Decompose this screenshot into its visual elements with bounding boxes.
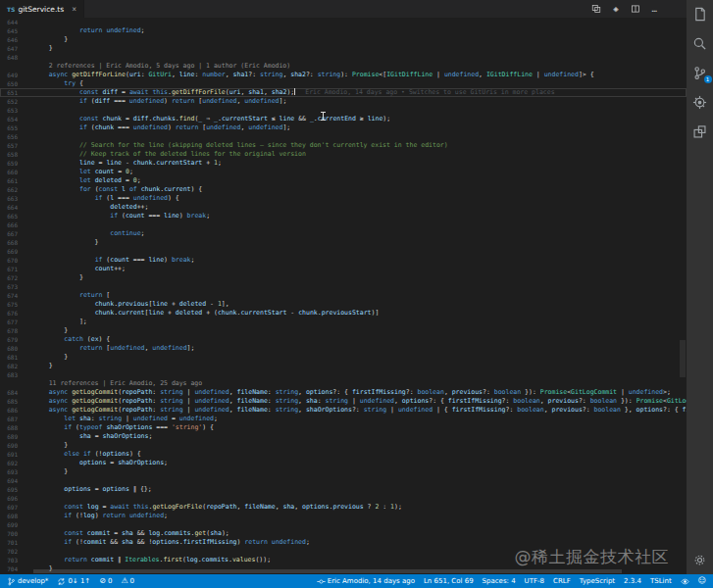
code-line[interactable]: 697 const log = await this.getLogForFile… bbox=[0, 503, 687, 512]
code-line[interactable]: 675 chunk.previous[line + deleted - 1], bbox=[0, 300, 687, 309]
code-line[interactable]: 673 bbox=[0, 282, 687, 291]
codelens-row[interactable]: 2 references | Eric Amodio, 5 days ago |… bbox=[0, 62, 687, 71]
code-line[interactable]: 650 try { bbox=[0, 79, 687, 88]
code-line[interactable]: 686 async getLogCommit(repoPath: string … bbox=[0, 406, 687, 415]
code-line[interactable]: 682 } bbox=[0, 362, 687, 370]
code-line[interactable]: 655 if (chunk === undefined) return [und… bbox=[0, 123, 687, 132]
line-number[interactable] bbox=[0, 62, 18, 71]
line-number[interactable]: 680 bbox=[0, 344, 18, 353]
line-number[interactable]: 670 bbox=[0, 256, 18, 265]
status-eol[interactable]: CRLF bbox=[553, 577, 571, 585]
code-line[interactable]: 692 options = shaOrOptions; bbox=[0, 459, 687, 467]
codelens-text[interactable]: 2 references | Eric Amodio, 5 days ago |… bbox=[33, 62, 290, 71]
code-line[interactable]: 687 let sha: string | undefined = undefi… bbox=[0, 415, 687, 423]
code-line[interactable]: 693 } bbox=[0, 467, 687, 476]
line-number[interactable]: 676 bbox=[0, 309, 18, 318]
status-indentation[interactable]: Spaces: 4 bbox=[483, 577, 516, 585]
line-number[interactable]: 659 bbox=[0, 159, 18, 168]
code-line[interactable]: 658 // Keep track of the deleted lines f… bbox=[0, 150, 687, 159]
code-line[interactable]: 644 bbox=[0, 18, 687, 26]
code-line[interactable]: 668 } bbox=[0, 238, 687, 247]
code-line[interactable]: 663 if (l === undefined) { bbox=[0, 194, 687, 203]
status-gitlens-blame[interactable]: Eric Amodio, 14 days ago bbox=[317, 577, 415, 586]
code-line[interactable]: 661 let deleted = 0; bbox=[0, 176, 687, 185]
line-number[interactable]: 691 bbox=[0, 450, 18, 459]
activity-item-source-control[interactable]: 1 bbox=[691, 64, 709, 81]
line-number[interactable]: 695 bbox=[0, 485, 18, 494]
code-line[interactable]: 672 } bbox=[0, 273, 687, 282]
code-line[interactable]: 696 bbox=[0, 494, 687, 503]
code-line[interactable]: 651 const diff = await this.getDiffForFi… bbox=[0, 88, 687, 97]
line-number[interactable]: 660 bbox=[0, 168, 18, 176]
split-editor-button[interactable] bbox=[631, 4, 640, 14]
activity-item-explorer[interactable] bbox=[691, 5, 709, 23]
line-number[interactable]: 677 bbox=[0, 318, 18, 326]
code-line[interactable]: 662 for (const l of chunk.current) { bbox=[0, 185, 687, 194]
code-line[interactable]: 654 const chunk = diff.chunks.find(_ ⇒ _… bbox=[0, 115, 687, 123]
code-line[interactable]: 698 if (!log) return undefined; bbox=[0, 512, 687, 520]
status-typescript-version[interactable]: 2.3.4 bbox=[624, 577, 641, 585]
code-line[interactable]: 688 if (typeof shaOrOptions === 'string'… bbox=[0, 423, 687, 432]
line-number[interactable]: 666 bbox=[0, 220, 18, 229]
code-line[interactable]: 690 } bbox=[0, 441, 687, 450]
line-number[interactable]: 668 bbox=[0, 238, 18, 247]
line-number[interactable]: 663 bbox=[0, 194, 18, 203]
line-number[interactable]: 696 bbox=[0, 494, 18, 503]
line-number[interactable]: 645 bbox=[0, 26, 18, 35]
line-number[interactable]: 646 bbox=[0, 35, 18, 44]
line-number[interactable]: 651 bbox=[0, 88, 18, 97]
line-number[interactable]: 667 bbox=[0, 229, 18, 238]
codelens-row[interactable]: 11 references | Eric Amodio, 25 days ago bbox=[0, 379, 687, 388]
line-number[interactable]: 664 bbox=[0, 203, 18, 212]
line-number[interactable]: 657 bbox=[0, 141, 18, 150]
status-errors[interactable]: ⊘0 bbox=[99, 577, 112, 585]
line-number[interactable]: 674 bbox=[0, 291, 18, 300]
code-line[interactable]: 679 catch (ex) { bbox=[0, 335, 687, 344]
more-actions-button[interactable]: … bbox=[652, 5, 657, 14]
status-encoding[interactable]: UTF-8 bbox=[525, 577, 544, 585]
line-number[interactable]: 669 bbox=[0, 247, 18, 256]
open-changes-button[interactable] bbox=[591, 4, 601, 14]
line-number[interactable]: 690 bbox=[0, 441, 18, 450]
line-number[interactable]: 682 bbox=[0, 362, 18, 370]
code-line[interactable]: 685 async getLogCommit(repoPath: string … bbox=[0, 397, 687, 406]
line-number[interactable]: 692 bbox=[0, 459, 18, 467]
code-line[interactable]: 665 if (count === line) break; bbox=[0, 212, 687, 220]
code-line[interactable]: 669 bbox=[0, 247, 687, 256]
code-line[interactable]: 691 else if (!options) { bbox=[0, 450, 687, 459]
status-language-mode[interactable]: TypeScript bbox=[580, 577, 615, 585]
code-line[interactable]: 666 bbox=[0, 220, 687, 229]
line-number[interactable]: 656 bbox=[0, 132, 18, 141]
code-line[interactable]: 649 async getDiffForLine(uri: GitUri, li… bbox=[0, 71, 687, 79]
code-line[interactable]: 646 } bbox=[0, 35, 687, 44]
code-line[interactable]: 680 return [undefined, undefined]; bbox=[0, 344, 687, 353]
code-line[interactable]: 660 let count = 0; bbox=[0, 168, 687, 176]
gitlens-annotate-button[interactable]: ◈ bbox=[613, 5, 618, 14]
line-number[interactable]: 683 bbox=[0, 370, 18, 379]
code-line[interactable]: 671 count++; bbox=[0, 265, 687, 273]
line-number[interactable]: 700 bbox=[0, 529, 18, 538]
line-number[interactable]: 704 bbox=[0, 564, 18, 573]
line-number[interactable]: 679 bbox=[0, 335, 18, 344]
vertical-scrollbar[interactable] bbox=[679, 18, 687, 574]
code-line[interactable]: 657 // Search for the line (skipping del… bbox=[0, 141, 687, 150]
close-tab-icon[interactable]: × bbox=[72, 5, 76, 14]
code-line[interactable]: 700 const commit = sha && log.commits.ge… bbox=[0, 529, 687, 538]
line-number[interactable]: 697 bbox=[0, 503, 18, 512]
activity-item-search[interactable] bbox=[691, 34, 709, 52]
line-number[interactable]: 648 bbox=[0, 53, 18, 62]
line-number[interactable]: 671 bbox=[0, 265, 18, 273]
code-line[interactable]: 695 options = options ∥ {}; bbox=[0, 485, 687, 494]
code-line[interactable]: 667 continue; bbox=[0, 229, 687, 238]
status-feedback[interactable]: ☺ bbox=[698, 577, 706, 585]
line-number[interactable]: 703 bbox=[0, 556, 18, 564]
line-number[interactable]: 649 bbox=[0, 71, 18, 79]
code-line[interactable]: 676 chunk.current[line + deleted + (chun… bbox=[0, 309, 687, 318]
line-number[interactable]: 655 bbox=[0, 123, 18, 132]
line-number[interactable]: 661 bbox=[0, 176, 18, 185]
codelens-text[interactable]: 11 references | Eric Amodio, 25 days ago bbox=[33, 379, 202, 388]
line-number[interactable]: 694 bbox=[0, 476, 18, 485]
status-sync[interactable]: 0↓ 1↑ bbox=[57, 577, 90, 586]
status-gitlens-toggle[interactable] bbox=[681, 577, 689, 586]
tab-gitservice[interactable]: TS gitService.ts × bbox=[0, 0, 84, 18]
